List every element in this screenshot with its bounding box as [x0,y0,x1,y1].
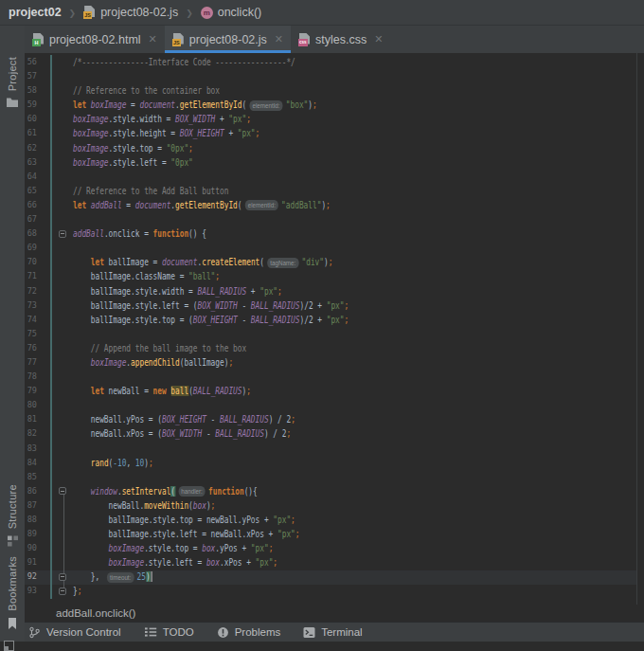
tab-close-icon[interactable]: ✕ [374,33,383,45]
fold-marker-icon[interactable] [59,230,66,238]
code-text[interactable]: }; [73,584,81,598]
code-text[interactable]: // Reference to the Add Ball button [73,184,228,198]
code-line[interactable]: 57 [25,69,636,83]
code-line[interactable]: 58// Reference to the container box [25,83,636,98]
code-text[interactable]: let addBall = document.getElementById(el… [73,198,331,212]
code-line[interactable]: 56/*---------------Interface Code ------… [25,55,636,69]
sidebar-item-project[interactable]: Project [0,57,25,108]
code-token: ballImage.style.width = [73,286,197,297]
file-badge: JS [172,39,181,46]
fold-marker-icon[interactable] [59,487,66,495]
code-line[interactable]: 78 [25,370,636,384]
code-line[interactable]: 87 newBall.moveWithin(box); [25,498,636,513]
code-line[interactable]: 85 [25,470,636,484]
code-line[interactable]: 66let addBall = document.getElementById(… [25,198,636,212]
tab-project08-02.js[interactable]: JSproject08-02.js✕ [165,26,291,53]
code-text[interactable]: window.setInterval(handler:function(){ [73,484,258,498]
code-text[interactable]: newBall.moveWithin(box); [73,498,215,513]
breadcrumb-context[interactable]: addBall.onclick() [56,607,135,619]
code-text[interactable]: ballImage.style.width = BALL_RADIUS + "p… [73,284,282,298]
code-text[interactable]: newBall.xPos = (BOX_WIDTH - BALL_RADIUS)… [73,426,291,441]
tab-project08-02.html[interactable]: Hproject08-02.html✕ [25,26,165,53]
code-line[interactable]: 75 [25,327,636,341]
code-token: document [162,257,198,267]
code-text[interactable]: let ballImage = document.createElement(t… [73,255,332,269]
tab-close-icon[interactable]: ✕ [149,33,157,45]
code-text[interactable]: /*---------------Interface Code --------… [73,55,295,69]
code-text[interactable]: let newBall = new ball(BALL_RADIUS); [73,384,251,398]
fold-marker-icon[interactable] [59,588,66,595]
code-text[interactable]: // Append the ball image to the box [73,341,246,355]
statusbar-item-version-control[interactable]: Version Control [25,626,133,639]
code-line[interactable]: 74 ballImage.style.top = (BOX_HEIGHT - B… [25,313,636,327]
code-text[interactable]: ballImage.style.top = newBall.yPos + "px… [73,513,295,527]
code-text[interactable]: boxImage.style.left = box.xPos + "px"; [73,555,277,570]
code-text[interactable]: boxImage.appendChild(ballImage); [73,355,233,370]
code-text[interactable]: // Reference to the container box [73,83,220,98]
code-line[interactable]: 61boxImage.style.height = BOX_HEIGHT + "… [25,126,636,140]
code-line[interactable]: 64 [25,170,636,184]
code-line[interactable]: 89 ballImage.style.left = newBall.xPos +… [25,527,636,541]
code-line[interactable]: 81 newBall.yPos = (BOX_HEIGHT - BALL_RAD… [25,412,636,426]
code-editor[interactable]: 56/*---------------Interface Code ------… [25,53,636,605]
code-text[interactable]: boxImage.style.height = BOX_HEIGHT + "px… [73,126,259,140]
code-text[interactable]: newBall.yPos = (BOX_HEIGHT - BALL_RADIUS… [73,412,295,426]
code-line[interactable]: 83 [25,442,636,456]
code-text[interactable]: addBall.onclick = function() { [73,226,206,241]
code-line[interactable]: 93}; [25,584,636,598]
code-line[interactable]: 92 }, timeout:25) [25,570,636,584]
code-text[interactable]: let boxImage = document.getElementById(e… [73,98,317,112]
code-line[interactable]: 59let boxImage = document.getElementById… [25,98,636,112]
breadcrumb-project[interactable]: project02 [9,6,62,19]
code-text[interactable]: boxImage.style.width = BOX_WIDTH + "px"; [73,112,251,126]
code-text[interactable]: rand(-10, 10); [73,456,153,470]
code-text[interactable]: ballImage.style.top = (BOX_HEIGHT - BALL… [73,313,349,327]
sidebar-item-bookmarks[interactable]: Bookmarks [0,556,25,630]
code-text[interactable]: boxImage.style.left = "0px" [73,155,193,170]
code-token: ) / 2 [269,414,291,425]
code-line[interactable]: 79 let newBall = new ball(BALL_RADIUS); [25,384,636,398]
code-line[interactable]: 62boxImage.style.top = "0px"; [25,141,636,155]
breadcrumb-file[interactable]: project08-02.js [100,6,178,19]
code-token: "0px" [167,143,188,154]
code-line[interactable]: 76 // Append the ball image to the box [25,341,636,355]
code-text[interactable]: boxImage.style.top = "0px"; [73,141,193,155]
code-token: appendChild [131,357,180,368]
code-line[interactable]: 70 let ballImage = document.createElemen… [25,255,636,269]
tab-close-icon[interactable]: ✕ [275,33,283,45]
code-text[interactable]: ballImage.style.left = newBall.xPos + "p… [73,527,300,541]
code-token: 25 [137,571,146,582]
code-line[interactable]: 91 boxImage.style.left = box.xPos + "px"… [25,555,636,570]
code-line[interactable]: 63boxImage.style.left = "0px" [25,155,636,170]
statusbar-item-todo[interactable]: TODO [133,626,206,638]
code-token: ; [344,315,349,325]
code-line[interactable]: 72 ballImage.style.width = BALL_RADIUS +… [25,284,636,298]
code-line[interactable]: 90 boxImage.style.top = box.yPos + "px"; [25,541,636,555]
code-line[interactable]: 82 newBall.xPos = (BOX_WIDTH - BALL_RADI… [25,426,636,441]
code-text[interactable]: ballImage.className = "ball"; [73,269,220,283]
tool-window-layout-icon[interactable] [4,641,14,651]
code-line[interactable]: 77 boxImage.appendChild(ballImage); [25,355,636,370]
scrollbar-track[interactable] [636,53,637,605]
statusbar-item-problems[interactable]: Problems [206,626,293,639]
code-line[interactable]: 88 ballImage.style.top = newBall.yPos + … [25,513,636,527]
code-line[interactable]: 69 [25,241,636,255]
sidebar-item-structure[interactable]: Structure [0,484,25,547]
breadcrumb-method[interactable]: onclick() [218,6,262,19]
code-line[interactable]: 67 [25,212,636,226]
code-line[interactable]: 60boxImage.style.width = BOX_WIDTH + "px… [25,112,636,126]
statusbar-item-terminal[interactable]: Terminal [292,626,373,639]
code-line[interactable]: 65// Reference to the Add Ball button [25,184,636,198]
code-line[interactable]: 68addBall.onclick = function() { [25,226,636,241]
tab-styles.css[interactable]: cssstyles.css✕ [291,26,390,53]
code-text[interactable]: ballImage.style.left = (BOX_WIDTH - BALL… [73,298,349,313]
code-line[interactable]: 86 window.setInterval(handler:function()… [25,484,636,498]
code-line[interactable]: 71 ballImage.className = "ball"; [25,269,636,283]
code-text[interactable]: }, timeout:25) [73,570,152,584]
code-line[interactable]: 80 [25,398,636,412]
code-text[interactable]: boxImage.style.top = box.yPos + "px"; [73,541,273,555]
code-line[interactable]: 84 rand(-10, 10); [25,456,636,470]
code-line[interactable]: 73 ballImage.style.left = (BOX_WIDTH - B… [25,298,636,313]
fold-marker-icon[interactable] [59,573,66,581]
code-token: moveWithin [144,500,188,511]
